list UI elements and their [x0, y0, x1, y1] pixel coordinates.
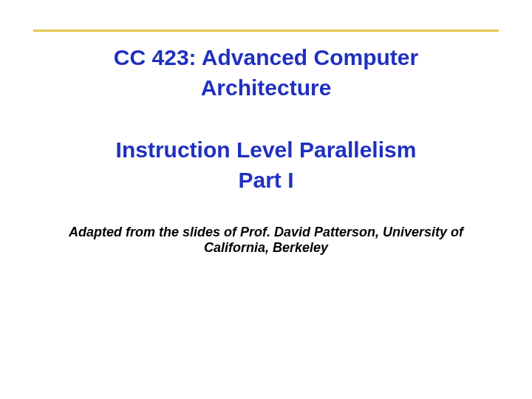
topic-line1: Instruction Level Parallelism — [0, 135, 532, 166]
course-title-line1: CC 423: Advanced Computer — [0, 43, 532, 73]
attribution-line1: Adapted from the slides of Prof. David P… — [59, 225, 473, 240]
topic-line2: Part I — [0, 166, 532, 196]
attribution-line2: California, Berkeley — [59, 240, 473, 256]
slide-content: CC 423: Advanced Computer Architecture I… — [0, 43, 532, 255]
attribution-block: Adapted from the slides of Prof. David P… — [0, 225, 532, 255]
course-title-line2: Architecture — [0, 73, 532, 103]
divider-line — [33, 30, 499, 32]
topic-block: Instruction Level Parallelism Part I — [0, 135, 532, 195]
